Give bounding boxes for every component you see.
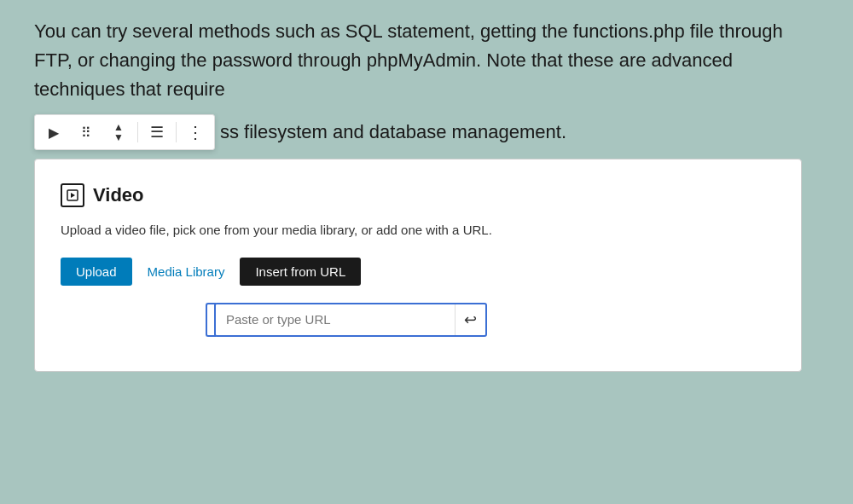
align-icon: ☰: [150, 123, 164, 142]
more-icon: ⋮: [187, 122, 205, 142]
toolbar-row: ▶ ⠿ ▲▼ ☰ ⋮ ss filesystem and database ma…: [34, 114, 819, 150]
play-square-icon: [67, 189, 78, 201]
move-icon: ▲▼: [113, 122, 124, 142]
toolbar-grid-button[interactable]: ⠿: [71, 117, 102, 148]
upload-button[interactable]: Upload: [61, 258, 132, 286]
svg-marker-1: [71, 193, 75, 198]
video-actions: Upload Media Library Insert from URL: [61, 258, 775, 286]
video-description-text: Upload a video file, pick one from your …: [61, 221, 775, 240]
video-block-icon: [61, 183, 84, 207]
video-block-title: Video: [61, 183, 775, 207]
url-input[interactable]: [216, 305, 455, 333]
insert-from-url-button[interactable]: Insert from URL: [240, 258, 361, 286]
video-block: Video Upload a video file, pick one from…: [34, 159, 802, 372]
toolbar-move-button[interactable]: ▲▼: [103, 117, 134, 148]
paragraph-main: You can try several methods such as SQL …: [34, 20, 783, 100]
media-library-button[interactable]: Media Library: [132, 258, 241, 286]
paragraph-text: You can try several methods such as SQL …: [34, 17, 802, 104]
block-toolbar: ▶ ⠿ ▲▼ ☰ ⋮: [34, 114, 215, 150]
toolbar-more-button[interactable]: ⋮: [180, 117, 211, 148]
url-submit-button[interactable]: ↩: [455, 304, 485, 335]
toolbar-divider-2: [176, 122, 177, 142]
url-input-row: ↩: [214, 303, 775, 337]
toolbar-divider-1: [137, 122, 138, 142]
toolbar-play-button[interactable]: ▶: [38, 117, 69, 148]
toolbar-align-button[interactable]: ☰: [142, 117, 172, 148]
url-bracket-decoration: [206, 303, 216, 337]
video-title-text: Video: [93, 184, 144, 206]
play-icon: ▶: [49, 125, 59, 141]
return-icon: ↩: [464, 310, 477, 329]
page-container: You can try several methods such as SQL …: [0, 0, 853, 504]
toolbar-text-suffix: ss filesystem and database management.: [220, 118, 566, 147]
grid-icon: ⠿: [81, 125, 91, 141]
url-input-wrapper: ↩: [214, 303, 487, 337]
